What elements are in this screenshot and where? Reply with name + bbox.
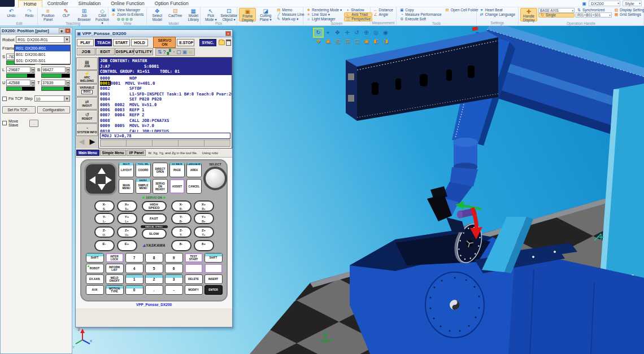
ribbon-button-display-settings-[interactable]: ▧Display Settings ▾ xyxy=(613,8,644,12)
trash-icon[interactable] xyxy=(226,40,231,46)
view-tool-icon[interactable]: ◳ xyxy=(343,37,351,45)
pendant-button-servo-on[interactable]: SERVO ON xyxy=(153,37,176,48)
dropdown-item[interactable]: B01: DX200-B01 xyxy=(15,51,70,58)
key-x--r-[interactable]: X-R- xyxy=(171,200,192,212)
cursor-right-icon[interactable] xyxy=(106,176,112,184)
ribbon-button-shadow[interactable]: ◑Shadow xyxy=(344,8,372,12)
sidebar-variable[interactable]: VARIABLEB001 xyxy=(76,84,98,97)
set-fix-tcp-button[interactable]: Set Fix TCP... xyxy=(2,106,36,113)
ribbon-button-change-language[interactable]: ⇄Change Language xyxy=(478,12,517,17)
key-main-menu[interactable]: MAINMENU xyxy=(119,179,134,194)
page-back-button[interactable]: ◀ xyxy=(76,137,87,148)
ribbon-button-redo[interactable]: ↷Redo xyxy=(21,8,38,21)
job-line[interactable]: 0008CALL JOB:PCNA7XS xyxy=(100,118,232,123)
job-line[interactable]: 00050002MOVL V=51.0 xyxy=(100,102,232,107)
close-icon[interactable]: × xyxy=(65,28,71,33)
close-icon[interactable]: × xyxy=(225,31,231,36)
pendant-button-teach[interactable]: TEACH xyxy=(95,39,112,46)
dropdown-item[interactable]: S01: DX200-S01 xyxy=(15,58,70,64)
ribbon-button-job-browser[interactable]: ⊞Job Browser xyxy=(76,8,93,21)
ribbon-button-execute-soft[interactable]: ⚙Execute Soft xyxy=(398,17,442,21)
key-x+-r+[interactable]: X+R+ xyxy=(194,200,214,212)
ribbon-button-light-manager[interactable]: ☼Light Manager xyxy=(305,17,343,21)
pendant-menu-edit[interactable]: EDIT xyxy=(96,48,115,55)
key-modify[interactable]: MODIFY xyxy=(185,285,203,295)
bottom-tab-main-menu[interactable]: Main Menu xyxy=(76,150,99,156)
joint-value-field[interactable]: 37639 xyxy=(41,80,66,86)
ribbon-tab-option-function[interactable]: Option Function xyxy=(150,0,194,7)
view-tool-icon[interactable]: ◨ xyxy=(381,37,390,45)
sidebar-job[interactable]: ▤JOB xyxy=(76,58,98,70)
view-tool-icon[interactable]: ⌖ xyxy=(324,29,332,37)
ribbon-button-select-model[interactable]: ✥Select Model xyxy=(149,8,166,21)
ribbon-button-frame-display[interactable]: ▣Frame Display xyxy=(239,8,256,21)
pendant-button-start[interactable]: START xyxy=(113,39,130,46)
ribbon-button-selectable-object-[interactable]: ⊡Selectable Object ▾ xyxy=(220,8,237,21)
move-slave-checkbox[interactable] xyxy=(2,121,7,125)
robot-select[interactable]: R01: DX200-R01▼ xyxy=(16,36,70,43)
key-x--s-[interactable]: X-S- xyxy=(94,200,115,212)
key-8+[interactable]: 8+ xyxy=(194,240,214,251)
sidebar-in-out[interactable]: ⇄IN/OUT xyxy=(76,97,98,110)
ribbon-button-view-manager[interactable]: ▣View Manager xyxy=(110,8,145,12)
key-z--t-[interactable]: Z-T- xyxy=(171,226,192,238)
step-select[interactable]: 10▼ xyxy=(34,95,70,102)
key-slow[interactable]: SLOW xyxy=(142,229,167,239)
key-aux[interactable]: AUX xyxy=(86,285,104,295)
fix-tcp-checkbox[interactable] xyxy=(2,97,7,101)
input-buffer-line[interactable]: MOVJ VJ=0,78 xyxy=(100,133,230,139)
key-inform-list[interactable]: INFORMLIST xyxy=(106,264,124,273)
key-coord[interactable]: TOOL SELCOORD xyxy=(136,163,151,177)
ribbon-button-axis-triad[interactable]: ∟Axis Triad xyxy=(344,12,372,17)
key--[interactable]: - xyxy=(165,285,183,295)
spinner[interactable]: ▲▼ xyxy=(31,67,35,73)
ribbon-button-model-library[interactable]: ▦Model Library xyxy=(185,8,202,21)
page-forward-button[interactable]: ▶ xyxy=(87,137,98,148)
key-blank[interactable] xyxy=(185,264,203,273)
key-y--l-[interactable]: Y-L- xyxy=(94,213,115,224)
view-tool-icon[interactable]: ↻ xyxy=(314,29,323,37)
ribbon-button-synchronized[interactable]: ⇅Synchronized xyxy=(576,8,612,12)
key-e+[interactable]: E+ xyxy=(117,240,137,251)
ribbon-button-olp[interactable]: ✎OLP xyxy=(58,8,75,21)
cursor-up-icon[interactable] xyxy=(98,168,106,174)
key-area[interactable]: LANGUAGEAREA xyxy=(186,163,202,177)
key-2[interactable]: 2 xyxy=(145,274,163,284)
key-3[interactable]: 3 xyxy=(165,274,183,284)
view-tool-icon[interactable]: ↺ xyxy=(353,29,361,37)
view-tool-icon[interactable]: ▢ xyxy=(353,37,361,45)
key-7[interactable]: 7 xyxy=(125,253,143,263)
key-shift[interactable]: SHIFT xyxy=(204,253,223,263)
ribbon-button-angle[interactable]: ∠Angle xyxy=(372,12,394,17)
view-tool-icon[interactable]: ◉ xyxy=(381,29,390,37)
view-tool-icon[interactable]: ◎ xyxy=(372,29,380,37)
controller-select[interactable]: DX200 xyxy=(589,1,620,6)
key-1[interactable]: 1 xyxy=(125,274,143,284)
position-panel-titlebar[interactable]: DX200: Position [pulse] ◉ × xyxy=(1,28,72,34)
sidebar-arc-welding[interactable]: ⚡ARC WELDING xyxy=(76,71,98,83)
chevron-down-icon[interactable]: ▼ xyxy=(64,96,69,101)
move-slave-more-button[interactable]: ... xyxy=(29,120,38,127)
key-enter[interactable]: ENTER xyxy=(204,285,223,295)
key-cancel[interactable]: CANCEL xyxy=(186,179,202,194)
ribbon-button-distance[interactable]: ↔Distance xyxy=(372,8,394,12)
key-x+-s+[interactable]: X+S+ xyxy=(117,200,137,212)
pendant-button-e-stop[interactable]: E.STOP xyxy=(177,39,194,46)
view-tool-icon[interactable]: ◰ xyxy=(333,37,342,45)
key-y+-b+[interactable]: Y+B+ xyxy=(194,213,214,224)
dropdown-item[interactable]: R01: DX200-R01 xyxy=(15,45,70,51)
key-direct-open[interactable]: DIRECTOPEN xyxy=(153,163,168,177)
spinner[interactable]: ▲▼ xyxy=(66,67,70,73)
style-select[interactable]: Style xyxy=(623,1,642,6)
job-line[interactable]: 00070004REFP 2 xyxy=(100,112,232,117)
ribbon-button-grid-settings[interactable]: ▦Grid Settings xyxy=(613,12,644,17)
pendant-menu-job[interactable]: JOB xyxy=(77,48,95,55)
pendant-toolbar-icon[interactable]: ▞ xyxy=(167,49,171,55)
job-line[interactable]: 0002SFTOF xyxy=(100,86,232,91)
key-8-[interactable]: 8- xyxy=(171,240,192,251)
pendant-toolbar-icon[interactable]: ? xyxy=(163,49,166,55)
view-tool-icon[interactable]: ✥ xyxy=(314,37,323,45)
ribbon-button-rendering-mode-[interactable]: ❖Rendering Mode ▾ xyxy=(305,8,343,12)
key-6[interactable]: 6 xyxy=(165,264,183,273)
job-line[interactable]: 0010CALL JOB:LOPETUS xyxy=(100,129,232,132)
